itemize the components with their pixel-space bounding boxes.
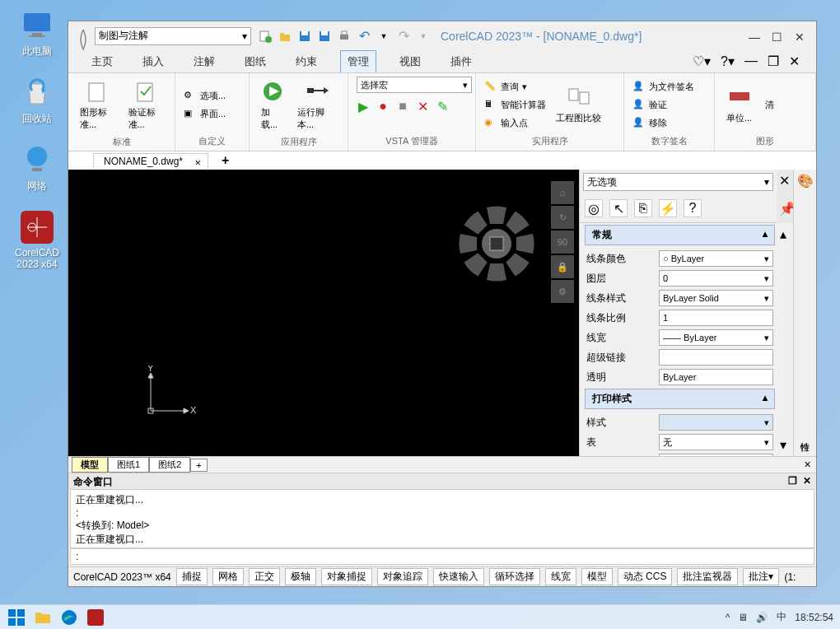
prop-help-icon[interactable]: ? — [684, 199, 702, 217]
sign-file-button[interactable]: 👤为文件签名 — [632, 81, 694, 94]
verify-button[interactable]: 👤验证 — [632, 99, 694, 112]
transparent-input[interactable]: ByLayer — [659, 369, 773, 385]
command-history[interactable]: 正在重建视口... : <转换到: Model> 正在重建视口... — [70, 489, 814, 548]
status-snap[interactable]: 捕捉 — [176, 568, 208, 585]
interface-button[interactable]: ▣界面... — [184, 108, 226, 121]
tray-ime[interactable]: 中 — [777, 610, 786, 624]
vsta-record-icon[interactable]: ● — [376, 100, 390, 113]
hyperlink-input[interactable] — [659, 349, 773, 366]
style-combo[interactable]: ▾ — [659, 414, 773, 431]
scroll-up-icon[interactable]: ▴ — [780, 226, 793, 242]
tray-chevron-icon[interactable]: ^ — [726, 612, 730, 623]
input-point-button[interactable]: ◉输入点 — [484, 117, 546, 130]
mdi-minimize-icon[interactable]: — — [744, 54, 758, 69]
lineweight-combo[interactable]: —— ByLayer▾ — [659, 329, 773, 346]
status-model[interactable]: 模型 — [581, 568, 613, 585]
prop-tool-4[interactable]: ⚡ — [659, 199, 677, 217]
desktop-icon-pc[interactable]: 此电脑 — [8, 8, 66, 58]
prop-tool-2[interactable]: ↖ — [609, 199, 628, 217]
panel-pin-icon[interactable]: 📌 — [779, 201, 791, 212]
prop-tool-1[interactable]: ◎ — [585, 199, 603, 217]
close-tab-icon[interactable]: × — [194, 156, 201, 169]
selection-combo[interactable]: 无选项▾ — [583, 173, 773, 191]
layout-tab-sheet1[interactable]: 图纸1 — [108, 457, 149, 473]
close-button[interactable]: ✕ — [795, 30, 806, 42]
vp-90-button[interactable]: 90 — [551, 231, 574, 254]
print-icon[interactable] — [337, 29, 352, 44]
desktop-icon-network[interactable]: 网络 — [8, 143, 66, 193]
undo-icon[interactable]: ↶ — [357, 29, 371, 44]
mdi-restore-icon[interactable]: ❐ — [768, 54, 779, 69]
status-grid[interactable]: 网格 — [212, 568, 244, 585]
maximize-button[interactable]: ☐ — [772, 30, 783, 42]
view-cube[interactable] — [455, 203, 538, 285]
status-anno[interactable]: 批注▾ — [743, 568, 779, 585]
section-print[interactable]: 打印样式▴ — [585, 389, 775, 409]
status-osnap[interactable]: 对象捕捉 — [321, 568, 372, 585]
linestyle-combo[interactable]: ByLayer Solid▾ — [659, 290, 773, 306]
save-icon[interactable] — [297, 29, 312, 44]
drawing-standards-button[interactable]: 图形标准... — [77, 77, 119, 134]
drawing-compare-button[interactable]: 工程图比较 — [553, 82, 604, 128]
status-cycle[interactable]: 循环选择 — [489, 568, 540, 585]
menu-insert[interactable]: 插入 — [136, 51, 170, 72]
corelcad-task-icon[interactable] — [86, 608, 105, 627]
workspace-combo[interactable]: 制图与注解▾ — [95, 27, 251, 45]
vp-settings-icon[interactable]: ⚙ — [551, 280, 574, 303]
mdi-close-icon[interactable]: ✕ — [789, 54, 800, 69]
palette-icon-1[interactable]: 🎨 — [797, 173, 814, 189]
explorer-icon[interactable] — [33, 608, 53, 627]
menu-view[interactable]: 视图 — [393, 51, 427, 72]
start-button[interactable] — [7, 608, 26, 627]
edge-icon[interactable] — [59, 608, 79, 627]
remove-sign-button[interactable]: 👤移除 — [632, 117, 694, 130]
desktop-icon-recycle[interactable]: 回收站 — [8, 76, 66, 126]
linecolor-combo[interactable]: ○ ByLayer▾ — [659, 250, 773, 267]
linescale-input[interactable]: 1 — [659, 310, 773, 326]
menu-plugin[interactable]: 插件 — [444, 51, 478, 72]
menu-manage[interactable]: 管理 — [340, 50, 376, 72]
cmd-close-icon[interactable]: ✕ — [803, 475, 811, 487]
tray-network-icon[interactable]: 🖥 — [738, 612, 748, 623]
status-otrack[interactable]: 对象追踪 — [377, 568, 428, 585]
menu-home[interactable]: 主页 — [85, 51, 119, 72]
status-dccs[interactable]: 动态 CCS — [618, 568, 673, 585]
vsta-play-icon[interactable]: ▶ — [357, 100, 370, 113]
saveas-icon[interactable] — [317, 29, 332, 44]
units-button[interactable]: 单位... — [723, 82, 755, 128]
favorite-icon[interactable]: ♡▾ — [693, 54, 711, 69]
menu-sheet[interactable]: 图纸 — [238, 51, 273, 72]
query-button[interactable]: 📏查询▾ — [484, 81, 546, 94]
cmd-restore-icon[interactable]: ❐ — [788, 475, 797, 487]
document-tab[interactable]: NONAME_0.dwg*× — [93, 153, 208, 169]
vsta-stop-icon[interactable]: ■ — [396, 100, 409, 113]
undo-dropdown-icon[interactable]: ▼ — [376, 29, 391, 44]
tray-volume-icon[interactable]: 🔊 — [756, 612, 768, 623]
vp-home-icon[interactable]: ⌂ — [551, 181, 574, 204]
prop-tool-3[interactable]: ⎘ — [634, 199, 652, 217]
menu-constraint[interactable]: 约束 — [289, 51, 324, 72]
layer-combo[interactable]: 0▾ — [659, 270, 773, 287]
run-script-button[interactable]: 运行脚本... — [294, 77, 339, 134]
verify-standards-button[interactable]: 验证标准... — [125, 77, 167, 134]
vsta-delete-icon[interactable]: ✕ — [416, 100, 429, 113]
table-combo[interactable]: 无▾ — [659, 434, 773, 450]
command-input[interactable]: : — [70, 548, 814, 565]
status-qinput[interactable]: 快速输入 — [433, 568, 484, 585]
layout-tab-model[interactable]: 模型 — [72, 457, 108, 473]
minimize-button[interactable]: — — [749, 30, 760, 42]
desktop-icon-corelcad[interactable]: CorelCAD 2023 x64 — [8, 211, 66, 270]
section-general[interactable]: 常规▴ — [585, 225, 775, 245]
redo-dropdown-icon[interactable]: ▼ — [416, 29, 431, 44]
status-polar[interactable]: 极轴 — [285, 568, 316, 585]
vsta-macro-combo[interactable]: 选择宏▾ — [357, 77, 472, 93]
new-icon[interactable] — [258, 29, 273, 44]
open-icon[interactable] — [278, 29, 292, 44]
panel-close-icon[interactable]: ✕ — [804, 459, 811, 469]
vsta-edit-icon[interactable]: ✎ — [436, 100, 449, 113]
add-tab-button[interactable]: + — [213, 153, 237, 168]
status-annomon[interactable]: 批注监视器 — [677, 568, 738, 585]
layout-tab-sheet2[interactable]: 图纸2 — [149, 457, 190, 473]
status-lweight[interactable]: 线宽 — [545, 568, 576, 585]
tray-clock[interactable]: 18:52:54 — [795, 612, 833, 623]
